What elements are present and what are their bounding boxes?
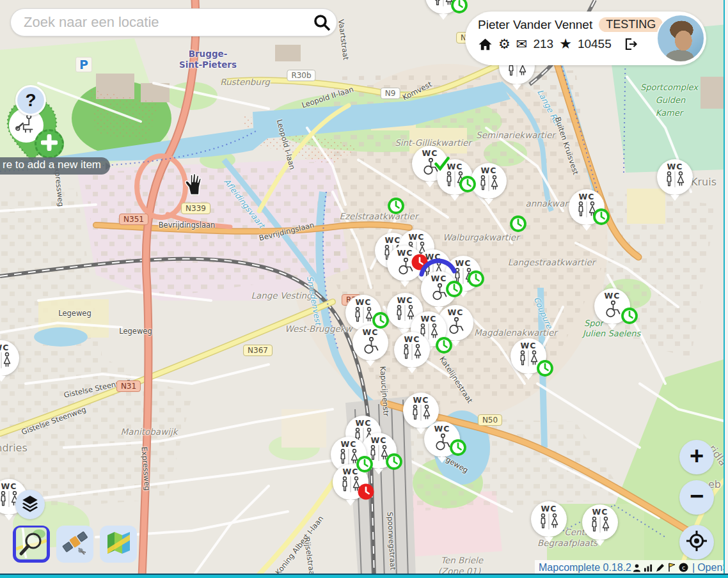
wc-label: WC (431, 274, 447, 283)
wc-label: WC (343, 467, 359, 476)
plus-icon (41, 134, 58, 153)
map-marker-wc-mf[interactable]: WC (531, 501, 567, 537)
geolocate-button[interactable] (679, 525, 714, 559)
right-accent-bar (724, 0, 728, 574)
map-marker-wc-mf[interactable]: WC (569, 189, 605, 225)
wc-label: WC (341, 440, 357, 449)
man-woman-icon (352, 307, 374, 325)
user-icon[interactable] (633, 563, 641, 572)
wheelchair-icon (361, 337, 380, 357)
wc-label: WC (397, 249, 413, 258)
wc-label: WC (421, 315, 437, 324)
wc-label: WC (409, 233, 425, 242)
wheelchair-icon (446, 317, 465, 337)
background-map-button[interactable] (100, 526, 137, 563)
changesets-count: 10455 (578, 37, 612, 51)
wc-label: WC (356, 298, 372, 307)
man-woman-icon (518, 350, 539, 369)
satellite-icon (61, 529, 89, 559)
wheelchair-icon (603, 301, 622, 320)
statistics-icon[interactable] (644, 563, 653, 572)
wc-label: WC (404, 335, 420, 344)
man-woman-icon (664, 171, 686, 190)
map-marker-wc-mf[interactable]: WC (333, 464, 368, 500)
map-marker-wc-wheel[interactable]: WC (352, 325, 388, 361)
messages-count: 213 (533, 37, 553, 51)
map-marker-wc-wheel[interactable]: WC (387, 246, 423, 281)
wc-label: WC (541, 504, 557, 513)
folded-map-icon (104, 529, 132, 559)
zoom-out-button[interactable]: − (679, 480, 714, 515)
copyright-icon[interactable]: c (679, 563, 688, 572)
add-item-plus-button[interactable] (35, 129, 64, 159)
map-marker-wc-mf[interactable]: WC (510, 338, 546, 374)
star-icon[interactable]: ★ (559, 37, 572, 51)
testing-badge: TESTING (599, 17, 663, 32)
pen-icon[interactable] (656, 563, 665, 572)
home-icon[interactable] (478, 37, 493, 52)
map-marker-wc-wheel[interactable]: WC (424, 421, 460, 457)
minus-glyph: − (690, 483, 704, 510)
attribution-bar: Mapcomplete 0.18.2 c | OpenStreetMap (535, 560, 728, 575)
wc-label: WC (0, 343, 9, 352)
logout-icon[interactable] (622, 36, 638, 52)
man-woman-icon (478, 175, 500, 194)
wheelchair-icon (432, 434, 452, 453)
map-marker-wc-wheel[interactable]: WC (594, 288, 630, 324)
wc-label: WC (363, 328, 379, 337)
toilet-wrench-icon (15, 113, 38, 138)
wc-label: WC (356, 419, 372, 428)
wc-label: WC (397, 296, 413, 305)
wc-label: WC (447, 162, 463, 171)
man-woman-icon (401, 344, 423, 363)
wc-label: WC (667, 162, 683, 171)
hand-cursor-icon (183, 171, 206, 199)
search-bar[interactable] (10, 8, 337, 36)
wc-label: WC (422, 149, 438, 158)
wc-label: WC (605, 292, 621, 301)
wc-label: WC (1, 482, 17, 491)
map-marker-wc-mf[interactable]: WC (582, 504, 618, 540)
add-item-tooltip: re to add a new item (0, 157, 110, 175)
background-satellite-button[interactable] (56, 526, 93, 563)
crosshair-icon (685, 529, 708, 555)
map-marker-wc-mf[interactable]: WC (471, 163, 507, 199)
avatar[interactable] (656, 14, 705, 63)
man-woman-icon (0, 352, 12, 371)
wc-label: WC (425, 253, 441, 262)
man-woman-icon (410, 405, 432, 423)
messages-envelope-icon[interactable]: ✉ (516, 37, 528, 51)
man-woman-icon (368, 445, 390, 464)
layers-button[interactable] (15, 490, 45, 519)
map-marker-wc-mf[interactable]: WC (437, 159, 473, 195)
wheelchair-icon (429, 283, 448, 303)
map[interactable]: Brugge-Sint-PietersPRustenburgVaartstraa… (0, 0, 728, 578)
man-woman-icon (444, 171, 466, 190)
map-marker-wc-mf[interactable]: WC (657, 159, 693, 195)
attribution-divider: | (692, 562, 695, 574)
svg-text:c: c (682, 564, 685, 571)
question-mark: ? (25, 90, 36, 111)
wc-label: WC (455, 259, 471, 268)
wc-label: WC (413, 396, 429, 405)
map-marker-wc-mf[interactable]: WC (394, 332, 430, 368)
search-icon[interactable] (307, 13, 336, 32)
man-woman-icon (538, 513, 560, 532)
wc-label: WC (371, 436, 387, 445)
background-carto-button[interactable] (13, 526, 50, 563)
layers-icon (20, 494, 40, 515)
app-version-link[interactable]: Mapcomplete 0.18.2 (539, 562, 631, 574)
user-name: Pieter Vander Vennet (478, 18, 592, 32)
background-layer-switcher (13, 526, 137, 563)
magnifier-map-icon (16, 527, 47, 561)
zoom-in-button[interactable]: + (679, 440, 714, 474)
wc-label: WC (434, 425, 450, 434)
help-button[interactable]: ? (15, 85, 46, 116)
map-marker-wc-wheel[interactable]: WC (421, 271, 457, 307)
user-panel[interactable]: Pieter Vander Vennet TESTING ⚙ ✉ 213 ★ 1… (465, 12, 706, 65)
wc-label: WC (481, 166, 497, 175)
man-woman-icon (576, 201, 597, 220)
search-input[interactable] (22, 13, 307, 31)
theme-wc-icon[interactable] (667, 563, 676, 572)
settings-gear-icon[interactable]: ⚙ (498, 37, 510, 51)
